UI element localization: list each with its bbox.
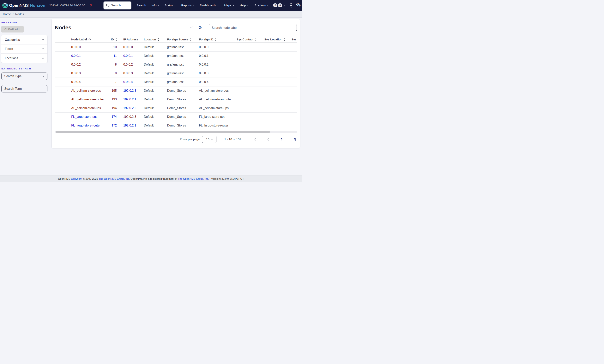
node-id-link[interactable]: 10: [108, 46, 118, 49]
row-actions-cell: [55, 123, 71, 128]
kebab-menu-icon[interactable]: [62, 80, 64, 84]
node-label-link[interactable]: AL_pelham-store-router: [71, 98, 108, 101]
node-id-link[interactable]: 8: [108, 63, 118, 66]
node-id-link[interactable]: 7: [108, 80, 118, 84]
sort-icon: [255, 38, 256, 41]
node-id-link[interactable]: 194: [108, 106, 118, 110]
node-label-search-input[interactable]: [209, 24, 297, 31]
kebab-menu-icon[interactable]: [62, 123, 64, 128]
global-search-input[interactable]: [111, 4, 129, 7]
row-actions-cell: [55, 88, 71, 93]
kebab-menu-icon[interactable]: [62, 45, 64, 49]
node-id-link[interactable]: 174: [108, 115, 118, 119]
column-header-foreign-source[interactable]: Foreign Source: [167, 38, 199, 41]
sort-icon: [190, 38, 191, 41]
location-cell: Default: [144, 89, 167, 92]
nav-item-maps[interactable]: Maps: [224, 4, 234, 7]
column-header-node-label[interactable]: Node Label: [71, 38, 108, 41]
horizontal-scrollbar[interactable]: [55, 131, 297, 133]
export-download-icon[interactable]: [190, 25, 194, 30]
node-id-link[interactable]: 11: [108, 54, 118, 58]
table-row: 0.0.0.470.0.0.4Defaultgrafana-test0.0.0.…: [55, 78, 297, 86]
notification-count-badge-1[interactable]: 0: [273, 3, 277, 7]
column-header-sys-d[interactable]: Sys D: [291, 38, 297, 41]
column-header-id[interactable]: ID: [108, 38, 118, 41]
nav-item-status[interactable]: Status: [164, 4, 176, 7]
table-body: 0.0.0.0100.0.0.0Defaultgrafana-test0.0.0…: [55, 43, 297, 130]
nav-item-dashboards[interactable]: Dashboards: [200, 4, 219, 7]
breadcrumb-home-link[interactable]: Home: [3, 12, 11, 16]
node-label-link[interactable]: 0.0.0.3: [71, 72, 108, 75]
node-label-link[interactable]: 0.0.0.4: [71, 80, 108, 84]
ip-address-link[interactable]: 192.0.2.2: [118, 106, 144, 110]
table-settings-gear-icon[interactable]: ⚙: [198, 25, 202, 30]
kebab-menu-icon[interactable]: [62, 106, 64, 110]
rows-per-page-select[interactable]: 10: [202, 136, 216, 143]
node-id-link[interactable]: 9: [108, 72, 118, 75]
search-term-input[interactable]: [1, 85, 47, 92]
accordion-categories[interactable]: Categories: [1, 35, 47, 45]
column-header-sys-location[interactable]: Sys Location: [264, 38, 291, 41]
search-type-select[interactable]: Search Type: [1, 73, 47, 80]
accordion-locations[interactable]: Locations: [1, 54, 47, 63]
last-page-button[interactable]: [293, 137, 297, 141]
node-label-link[interactable]: 0.0.0.1: [71, 54, 108, 58]
nav-item-reports[interactable]: Reports: [181, 4, 194, 7]
ip-address-link[interactable]: 0.0.0.3: [118, 72, 144, 75]
clear-all-button[interactable]: CLEAR ALL: [1, 26, 24, 33]
accordion-flows[interactable]: Flows: [1, 45, 47, 54]
nav-menu: SearchInfoStatusReportsDashboardsMapsHel…: [137, 4, 249, 7]
node-label-link[interactable]: AL_pelham-store-ups: [71, 106, 108, 110]
kebab-menu-icon[interactable]: [62, 71, 64, 76]
notification-badges[interactable]: 00: [273, 3, 285, 7]
ip-address-link[interactable]: 192.0.2.3: [118, 89, 144, 92]
footer-link[interactable]: The OpenNMS Group, Inc.: [99, 177, 130, 180]
brand[interactable]: OpenNMSHorizon: [2, 3, 45, 8]
ip-address-link[interactable]: 0.0.0.1: [118, 54, 144, 58]
chevron-down-icon: [267, 5, 268, 6]
node-id-link[interactable]: 193: [108, 98, 118, 101]
notification-count-badge-2[interactable]: 0: [278, 3, 282, 7]
chevron-down-icon: [42, 47, 44, 49]
ip-address-link[interactable]: 0.0.0.0: [118, 46, 144, 49]
column-header-foreign-id[interactable]: Foreign ID: [199, 38, 237, 41]
kebab-menu-icon[interactable]: [62, 88, 64, 93]
ip-address-link[interactable]: 0.0.0.4: [118, 80, 144, 84]
column-header-location[interactable]: Location: [144, 38, 167, 41]
node-label-link[interactable]: 0.0.0.0: [71, 46, 108, 49]
kebab-menu-icon[interactable]: [62, 114, 64, 119]
kebab-menu-icon[interactable]: [62, 62, 64, 67]
column-header-sys-contact[interactable]: Sys Contact: [237, 38, 264, 41]
ip-address-link[interactable]: 192.0.2.1: [118, 124, 144, 127]
footer-link[interactable]: The OpenNMS Group, Inc.: [178, 177, 209, 180]
scrollbar-thumb[interactable]: [56, 131, 270, 133]
nav-item-help[interactable]: Help: [240, 4, 249, 7]
row-actions-cell: [55, 114, 71, 119]
node-label-link[interactable]: AL_pelham-store-pos: [71, 89, 108, 92]
notifications-off-bell-icon[interactable]: [89, 3, 93, 7]
node-label-link[interactable]: FL_largo-store-router: [71, 124, 108, 127]
user-menu[interactable]: admin: [254, 4, 268, 7]
nav-item-label: Dashboards: [200, 4, 216, 7]
sort-icon: [158, 38, 159, 41]
node-id-link[interactable]: 172: [108, 124, 118, 127]
admin-gears-icon[interactable]: ⚙⚙: [296, 2, 299, 8]
next-page-button[interactable]: [279, 137, 283, 141]
column-header-ip-address[interactable]: IP Address: [118, 38, 144, 41]
ip-address-link[interactable]: 192.0.2.3: [118, 115, 144, 119]
node-label-link[interactable]: FL_largo-store-pos: [71, 115, 108, 119]
quick-add-button[interactable]: +: [290, 3, 292, 8]
column-label: Sys Location: [264, 38, 282, 41]
kebab-menu-icon[interactable]: [62, 54, 64, 58]
footer-link[interactable]: Copyright: [71, 177, 82, 180]
node-id-link[interactable]: 195: [108, 89, 118, 92]
node-label-link[interactable]: 0.0.0.2: [71, 63, 108, 66]
ip-address-link[interactable]: 192.0.2.1: [118, 98, 144, 101]
main-panel: Nodes ⚙: [49, 18, 302, 148]
kebab-menu-icon[interactable]: [62, 97, 64, 102]
ip-address-link[interactable]: 0.0.0.2: [118, 63, 144, 66]
foreign-id-cell: FL_largo-store-pos: [199, 115, 237, 119]
nav-item-search[interactable]: Search: [137, 4, 146, 7]
nodes-table: Node LabelIDIP AddressLocationForeign So…: [55, 36, 297, 130]
nav-item-info[interactable]: Info: [151, 4, 159, 7]
